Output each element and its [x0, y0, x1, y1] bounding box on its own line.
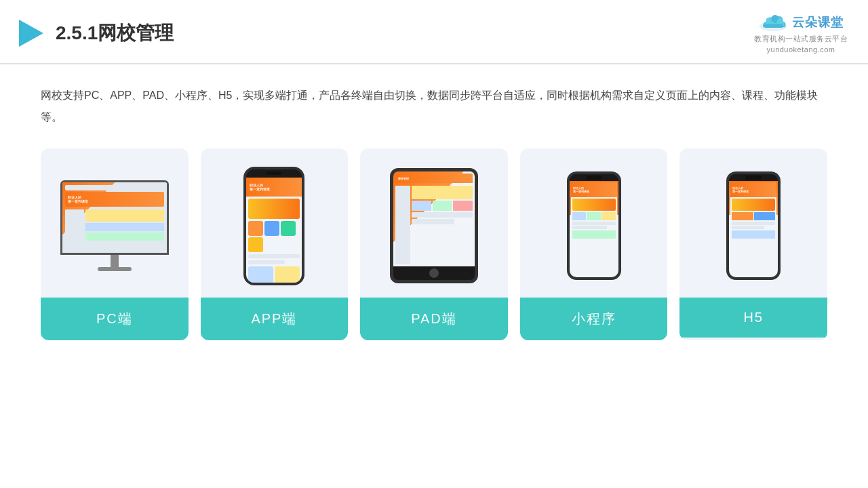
logo-text: 云朵课堂: [792, 14, 844, 30]
phone-notch-inner-miniapp: [586, 176, 602, 180]
monitor-body: 职达人的第一堂判课堂: [60, 180, 169, 255]
description-text: 网校支持PC、APP、PAD、小程序、H5，实现多端打通，产品各终端自由切换，数…: [41, 85, 827, 128]
svg-marker-0: [19, 20, 43, 47]
app-screen: 职达人的第一堂判课堂: [246, 178, 302, 283]
cards-row: 职达人的第一堂判课堂: [41, 148, 827, 340]
pc-monitor: 职达人的第一堂判课堂: [60, 180, 169, 271]
monitor-nav-bar: [65, 185, 164, 190]
phone-body-miniapp: 职达人的第一堂判课堂: [567, 171, 621, 280]
card-h5: 职达人的第一堂判课堂: [679, 148, 827, 340]
header: 2.5.1网校管理 云朵课堂 教育机构一站式服务云平台 yunduoketang…: [0, 0, 868, 64]
phone-h5: 职达人的第一堂判课堂: [726, 171, 781, 280]
card-app: 职达人的第一堂判课堂: [201, 148, 349, 340]
label-app: APP端: [201, 298, 349, 340]
miniapp-image-area: 职达人的第一堂判课堂: [520, 148, 668, 298]
app-content: [246, 197, 302, 283]
logo-domain: yunduoketang.com: [767, 45, 835, 54]
app-header-text: 职达人的第一堂判课堂: [250, 183, 270, 191]
app-notch-inner: [267, 171, 281, 175]
cloud-logo-icon: [758, 12, 788, 33]
logo-area: 云朵课堂 教育机构一站式服务云平台 yunduoketang.com: [754, 12, 848, 54]
logo-sub: 教育机构一站式服务云平台: [754, 34, 848, 44]
phone-miniapp: 职达人的第一堂判课堂: [567, 171, 621, 280]
logo-cloud: 云朵课堂: [758, 12, 844, 33]
pad-image-area: 课堂管理: [360, 148, 508, 298]
monitor-neck: [111, 255, 119, 267]
main-content: 网校支持PC、APP、PAD、小程序、H5，实现多端打通，产品各终端自由切换，数…: [0, 64, 868, 354]
header-left: 2.5.1网校管理: [14, 17, 174, 49]
grid-cell-1: [248, 221, 263, 236]
label-h5: H5: [679, 298, 827, 338]
h5-image-area: 职达人的第一堂判课堂: [679, 148, 827, 298]
app-banner: [248, 199, 300, 219]
tablet-body: 课堂管理: [390, 168, 478, 283]
tablet-device: 课堂管理: [390, 168, 478, 283]
phone-notch-miniapp: [570, 174, 618, 181]
label-miniapp: 小程序: [520, 298, 668, 340]
phone-notch-h5: [729, 174, 778, 181]
app-phone: 职达人的第一堂判课堂: [243, 167, 304, 285]
phone-screen-h5: 职达人的第一堂判课堂: [729, 181, 778, 277]
phone-body-h5: 职达人的第一堂判课堂: [726, 171, 781, 280]
page-title: 2.5.1网校管理: [56, 20, 174, 46]
tablet-screen: 课堂管理: [393, 171, 475, 266]
label-pc: PC端: [41, 298, 189, 340]
label-pad: PAD端: [360, 298, 508, 340]
phone-notch-inner-h5: [745, 176, 762, 180]
pc-image-area: 职达人的第一堂判课堂: [41, 148, 189, 298]
app-grid: [248, 221, 300, 252]
grid-cell-2: [264, 221, 279, 236]
tablet-home: [429, 268, 439, 278]
card-pc: 职达人的第一堂判课堂: [41, 148, 189, 340]
grid-cell-3: [281, 221, 296, 236]
app-header: 职达人的第一堂判课堂: [246, 178, 302, 197]
svg-rect-5: [764, 24, 783, 28]
phone-screen-miniapp: 职达人的第一堂判课堂: [570, 181, 618, 277]
app-image-area: 职达人的第一堂判课堂: [201, 148, 349, 298]
svg-point-4: [777, 18, 783, 24]
app-notch: [246, 169, 302, 178]
monitor-screen: 职达人的第一堂判课堂: [62, 182, 167, 253]
monitor-base: [98, 267, 132, 271]
grid-cell-4: [248, 237, 263, 252]
card-pad: 课堂管理: [360, 148, 508, 340]
card-miniapp: 职达人的第一堂判课堂: [520, 148, 668, 340]
play-icon: [14, 17, 46, 49]
